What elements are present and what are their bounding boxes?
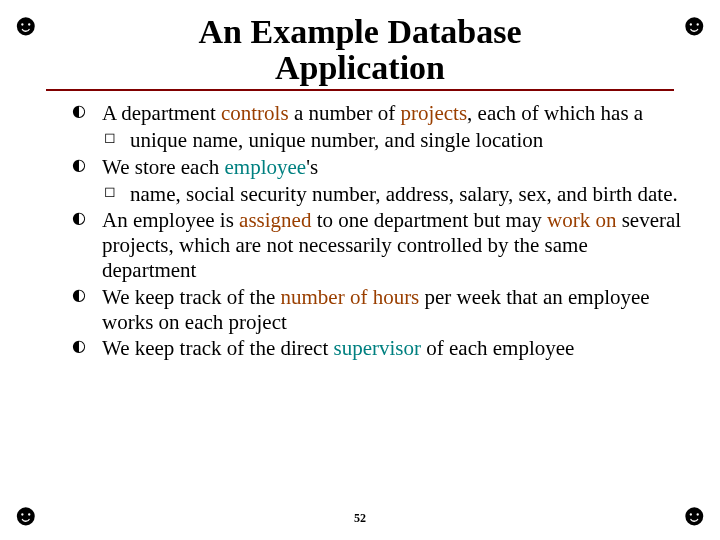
sub-bullet-item: unique name, unique number, and single l… (102, 128, 684, 153)
highlight: assigned (239, 208, 311, 232)
text: We keep track of the (102, 285, 280, 309)
bullet-item: We keep track of the number of hours per… (68, 285, 684, 335)
body: A department controls a number of projec… (68, 101, 684, 361)
text: of each employee (421, 336, 574, 360)
highlight: employee (225, 155, 307, 179)
text: unique name, unique number, and single l… (130, 128, 543, 152)
page-number: 52 (0, 511, 720, 526)
highlight: projects (401, 101, 467, 125)
text: , each of which has a (467, 101, 643, 125)
bullet-list: A department controls a number of projec… (68, 101, 684, 361)
title-block: An Example Database Application (68, 14, 652, 85)
sub-bullet-item: name, social security number, address, s… (102, 182, 684, 207)
highlight: controls (221, 101, 289, 125)
text: name, social security number, address, s… (130, 182, 678, 206)
sub-bullet-list: unique name, unique number, and single l… (102, 128, 684, 153)
bullet-item: A department controls a number of projec… (68, 101, 684, 153)
bullet-item: We store each employee's name, social se… (68, 155, 684, 207)
highlight: supervisor (334, 336, 422, 360)
highlight: number of hours (280, 285, 419, 309)
text: We store each (102, 155, 225, 179)
slide: ☻ ☻ ☻ ☻ An Example Database Application … (0, 0, 720, 540)
text: to one department but may (311, 208, 547, 232)
text: A department (102, 101, 221, 125)
corner-deco-tr: ☻ (678, 8, 710, 42)
text: An employee is (102, 208, 239, 232)
bullet-item: We keep track of the direct supervisor o… (68, 336, 684, 361)
sub-bullet-list: name, social security number, address, s… (102, 182, 684, 207)
title-line-1: An Example Database (198, 13, 521, 50)
corner-deco-tl: ☻ (10, 8, 42, 42)
highlight: work on (547, 208, 616, 232)
text: a number of (289, 101, 401, 125)
text: We keep track of the direct (102, 336, 334, 360)
title-line-2: Application (275, 49, 445, 86)
title-rule (46, 89, 674, 91)
slide-title: An Example Database Application (198, 14, 521, 85)
bullet-item: An employee is assigned to one departmen… (68, 208, 684, 282)
text: 's (306, 155, 318, 179)
